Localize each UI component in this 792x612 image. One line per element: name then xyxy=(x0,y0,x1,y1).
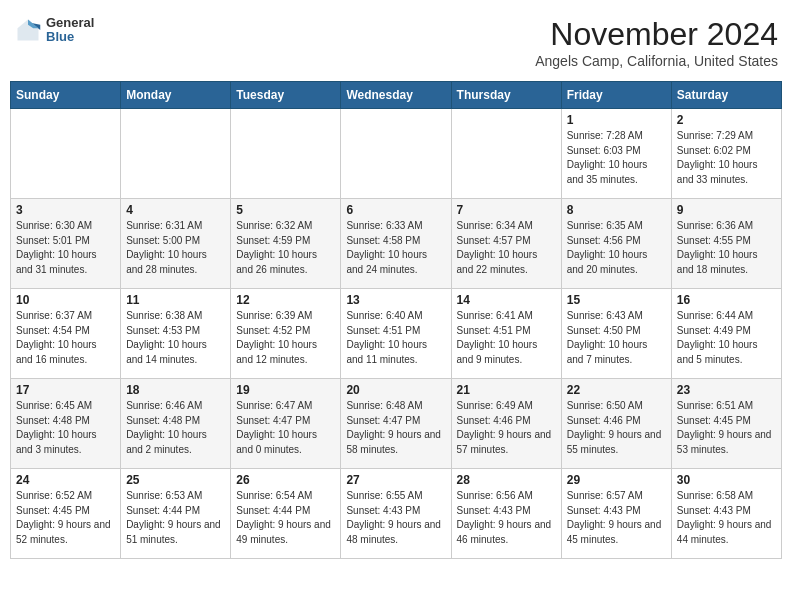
calendar-cell: 20Sunrise: 6:48 AM Sunset: 4:47 PM Dayli… xyxy=(341,379,451,469)
calendar-cell: 25Sunrise: 6:53 AM Sunset: 4:44 PM Dayli… xyxy=(121,469,231,559)
day-info: Sunrise: 6:49 AM Sunset: 4:46 PM Dayligh… xyxy=(457,399,556,457)
calendar-cell: 26Sunrise: 6:54 AM Sunset: 4:44 PM Dayli… xyxy=(231,469,341,559)
calendar-cell: 18Sunrise: 6:46 AM Sunset: 4:48 PM Dayli… xyxy=(121,379,231,469)
day-number: 4 xyxy=(126,203,225,217)
calendar-cell: 9Sunrise: 6:36 AM Sunset: 4:55 PM Daylig… xyxy=(671,199,781,289)
day-number: 17 xyxy=(16,383,115,397)
day-info: Sunrise: 6:56 AM Sunset: 4:43 PM Dayligh… xyxy=(457,489,556,547)
day-number: 11 xyxy=(126,293,225,307)
day-number: 13 xyxy=(346,293,445,307)
day-number: 9 xyxy=(677,203,776,217)
calendar-cell: 23Sunrise: 6:51 AM Sunset: 4:45 PM Dayli… xyxy=(671,379,781,469)
calendar-cell: 22Sunrise: 6:50 AM Sunset: 4:46 PM Dayli… xyxy=(561,379,671,469)
calendar-cell: 1Sunrise: 7:28 AM Sunset: 6:03 PM Daylig… xyxy=(561,109,671,199)
day-info: Sunrise: 6:36 AM Sunset: 4:55 PM Dayligh… xyxy=(677,219,776,277)
calendar-cell: 6Sunrise: 6:33 AM Sunset: 4:58 PM Daylig… xyxy=(341,199,451,289)
day-number: 1 xyxy=(567,113,666,127)
day-number: 20 xyxy=(346,383,445,397)
day-info: Sunrise: 6:58 AM Sunset: 4:43 PM Dayligh… xyxy=(677,489,776,547)
day-info: Sunrise: 6:53 AM Sunset: 4:44 PM Dayligh… xyxy=(126,489,225,547)
day-number: 8 xyxy=(567,203,666,217)
day-number: 19 xyxy=(236,383,335,397)
day-number: 27 xyxy=(346,473,445,487)
title-area: November 2024 Angels Camp, California, U… xyxy=(535,16,778,69)
day-info: Sunrise: 6:47 AM Sunset: 4:47 PM Dayligh… xyxy=(236,399,335,457)
calendar-cell: 10Sunrise: 6:37 AM Sunset: 4:54 PM Dayli… xyxy=(11,289,121,379)
day-info: Sunrise: 6:30 AM Sunset: 5:01 PM Dayligh… xyxy=(16,219,115,277)
day-info: Sunrise: 6:33 AM Sunset: 4:58 PM Dayligh… xyxy=(346,219,445,277)
day-number: 29 xyxy=(567,473,666,487)
logo-blue-text: Blue xyxy=(46,30,94,44)
day-info: Sunrise: 6:32 AM Sunset: 4:59 PM Dayligh… xyxy=(236,219,335,277)
day-info: Sunrise: 6:40 AM Sunset: 4:51 PM Dayligh… xyxy=(346,309,445,367)
calendar-week-2: 10Sunrise: 6:37 AM Sunset: 4:54 PM Dayli… xyxy=(11,289,782,379)
header-thursday: Thursday xyxy=(451,82,561,109)
header-friday: Friday xyxy=(561,82,671,109)
day-info: Sunrise: 6:39 AM Sunset: 4:52 PM Dayligh… xyxy=(236,309,335,367)
calendar-cell: 21Sunrise: 6:49 AM Sunset: 4:46 PM Dayli… xyxy=(451,379,561,469)
day-info: Sunrise: 6:52 AM Sunset: 4:45 PM Dayligh… xyxy=(16,489,115,547)
header-saturday: Saturday xyxy=(671,82,781,109)
day-info: Sunrise: 6:35 AM Sunset: 4:56 PM Dayligh… xyxy=(567,219,666,277)
calendar-cell xyxy=(231,109,341,199)
header-sunday: Sunday xyxy=(11,82,121,109)
day-info: Sunrise: 6:46 AM Sunset: 4:48 PM Dayligh… xyxy=(126,399,225,457)
day-info: Sunrise: 6:41 AM Sunset: 4:51 PM Dayligh… xyxy=(457,309,556,367)
day-info: Sunrise: 6:38 AM Sunset: 4:53 PM Dayligh… xyxy=(126,309,225,367)
page-header: General Blue November 2024 Angels Camp, … xyxy=(10,10,782,75)
day-info: Sunrise: 6:54 AM Sunset: 4:44 PM Dayligh… xyxy=(236,489,335,547)
header-tuesday: Tuesday xyxy=(231,82,341,109)
calendar-cell: 8Sunrise: 6:35 AM Sunset: 4:56 PM Daylig… xyxy=(561,199,671,289)
calendar-cell: 28Sunrise: 6:56 AM Sunset: 4:43 PM Dayli… xyxy=(451,469,561,559)
day-info: Sunrise: 6:37 AM Sunset: 4:54 PM Dayligh… xyxy=(16,309,115,367)
calendar-cell: 16Sunrise: 6:44 AM Sunset: 4:49 PM Dayli… xyxy=(671,289,781,379)
calendar-cell: 5Sunrise: 6:32 AM Sunset: 4:59 PM Daylig… xyxy=(231,199,341,289)
calendar-cell: 19Sunrise: 6:47 AM Sunset: 4:47 PM Dayli… xyxy=(231,379,341,469)
calendar-cell: 17Sunrise: 6:45 AM Sunset: 4:48 PM Dayli… xyxy=(11,379,121,469)
day-number: 3 xyxy=(16,203,115,217)
day-info: Sunrise: 6:50 AM Sunset: 4:46 PM Dayligh… xyxy=(567,399,666,457)
calendar-cell: 3Sunrise: 6:30 AM Sunset: 5:01 PM Daylig… xyxy=(11,199,121,289)
calendar-cell xyxy=(451,109,561,199)
day-info: Sunrise: 6:44 AM Sunset: 4:49 PM Dayligh… xyxy=(677,309,776,367)
calendar-cell xyxy=(341,109,451,199)
day-number: 25 xyxy=(126,473,225,487)
calendar-cell: 2Sunrise: 7:29 AM Sunset: 6:02 PM Daylig… xyxy=(671,109,781,199)
calendar-cell: 30Sunrise: 6:58 AM Sunset: 4:43 PM Dayli… xyxy=(671,469,781,559)
day-info: Sunrise: 6:31 AM Sunset: 5:00 PM Dayligh… xyxy=(126,219,225,277)
day-info: Sunrise: 6:51 AM Sunset: 4:45 PM Dayligh… xyxy=(677,399,776,457)
day-number: 26 xyxy=(236,473,335,487)
calendar-cell: 14Sunrise: 6:41 AM Sunset: 4:51 PM Dayli… xyxy=(451,289,561,379)
day-number: 14 xyxy=(457,293,556,307)
day-number: 7 xyxy=(457,203,556,217)
day-info: Sunrise: 6:45 AM Sunset: 4:48 PM Dayligh… xyxy=(16,399,115,457)
day-info: Sunrise: 6:43 AM Sunset: 4:50 PM Dayligh… xyxy=(567,309,666,367)
calendar-week-1: 3Sunrise: 6:30 AM Sunset: 5:01 PM Daylig… xyxy=(11,199,782,289)
calendar-header-row: SundayMondayTuesdayWednesdayThursdayFrid… xyxy=(11,82,782,109)
day-info: Sunrise: 6:48 AM Sunset: 4:47 PM Dayligh… xyxy=(346,399,445,457)
logo-text: General Blue xyxy=(46,16,94,45)
header-monday: Monday xyxy=(121,82,231,109)
logo-general-text: General xyxy=(46,16,94,30)
day-number: 22 xyxy=(567,383,666,397)
day-number: 6 xyxy=(346,203,445,217)
calendar-table: SundayMondayTuesdayWednesdayThursdayFrid… xyxy=(10,81,782,559)
day-number: 16 xyxy=(677,293,776,307)
day-info: Sunrise: 6:34 AM Sunset: 4:57 PM Dayligh… xyxy=(457,219,556,277)
day-number: 15 xyxy=(567,293,666,307)
day-info: Sunrise: 6:57 AM Sunset: 4:43 PM Dayligh… xyxy=(567,489,666,547)
header-wednesday: Wednesday xyxy=(341,82,451,109)
calendar-week-3: 17Sunrise: 6:45 AM Sunset: 4:48 PM Dayli… xyxy=(11,379,782,469)
calendar-week-4: 24Sunrise: 6:52 AM Sunset: 4:45 PM Dayli… xyxy=(11,469,782,559)
calendar-cell xyxy=(11,109,121,199)
logo: General Blue xyxy=(14,16,94,45)
calendar-cell: 11Sunrise: 6:38 AM Sunset: 4:53 PM Dayli… xyxy=(121,289,231,379)
calendar-cell: 15Sunrise: 6:43 AM Sunset: 4:50 PM Dayli… xyxy=(561,289,671,379)
calendar-cell: 27Sunrise: 6:55 AM Sunset: 4:43 PM Dayli… xyxy=(341,469,451,559)
month-title: November 2024 xyxy=(535,16,778,53)
day-number: 30 xyxy=(677,473,776,487)
day-info: Sunrise: 6:55 AM Sunset: 4:43 PM Dayligh… xyxy=(346,489,445,547)
day-number: 2 xyxy=(677,113,776,127)
calendar-cell: 24Sunrise: 6:52 AM Sunset: 4:45 PM Dayli… xyxy=(11,469,121,559)
calendar-week-0: 1Sunrise: 7:28 AM Sunset: 6:03 PM Daylig… xyxy=(11,109,782,199)
